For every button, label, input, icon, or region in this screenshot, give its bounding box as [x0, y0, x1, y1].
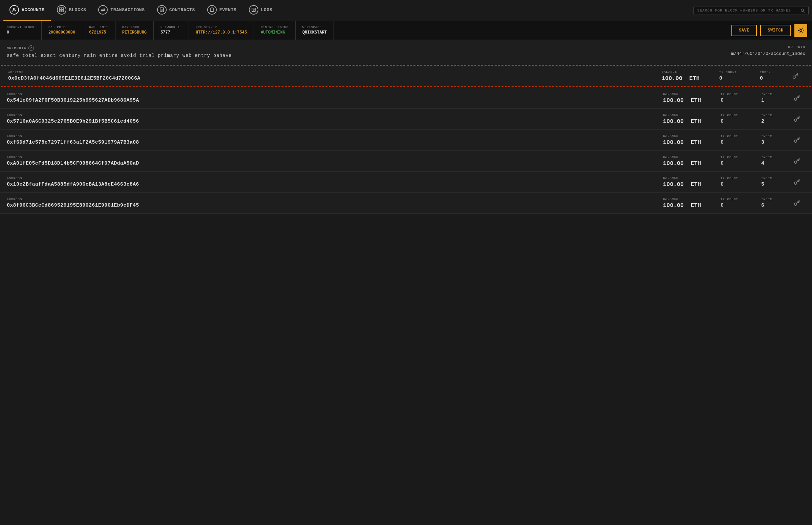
hardfork-value: PETERSBURG: [122, 30, 147, 35]
contracts-icon: [157, 5, 167, 15]
key-icon[interactable]: [793, 179, 800, 186]
nav-contracts[interactable]: CONTRACTS: [151, 0, 201, 21]
account-row[interactable]: ADDRESS 0xA01fE05cFd5D18D14b5CF098664Cf0…: [0, 151, 812, 172]
account-txcount-section: TX COUNT 0: [714, 156, 754, 166]
txcount-value: 0: [721, 182, 748, 187]
mnemonic-help[interactable]: ?: [28, 45, 34, 51]
account-index-section: INDEX 5: [754, 177, 788, 187]
search-input[interactable]: [697, 9, 798, 13]
account-txcount-section: TX COUNT 0: [714, 198, 754, 208]
svg-line-36: [799, 159, 800, 160]
workspace-value: QUICKSTART: [302, 30, 327, 35]
account-row[interactable]: ADDRESS 0x5716a0A6C9325c2765B0E9b291Bf5B…: [0, 109, 812, 130]
index-value: 3: [761, 139, 782, 145]
txcount-value: 0: [721, 161, 748, 166]
svg-line-45: [798, 201, 799, 202]
txcount-label: TX COUNT: [721, 198, 748, 201]
index-value: 1: [761, 97, 782, 103]
nav-contracts-label: CONTRACTS: [169, 7, 195, 13]
txcount-value: 0: [721, 97, 748, 103]
svg-rect-1: [60, 8, 61, 10]
account-row[interactable]: ADDRESS 0x8f96C3BCeCd869529195E890261E99…: [0, 193, 812, 214]
account-row[interactable]: ADDRESS 0x0cD3fA0f4046d669E1E3E612E5BF20…: [1, 65, 811, 87]
balance-label: BALANCE: [663, 114, 704, 117]
nav-transactions[interactable]: TRANSACTIONS: [92, 0, 151, 21]
nav-logs[interactable]: LOGS: [243, 0, 279, 21]
index-label: INDEX: [760, 71, 780, 74]
save-button[interactable]: SAVE: [731, 25, 757, 36]
nav-logs-label: LOGS: [261, 7, 273, 13]
nav-blocks[interactable]: BLOCKS: [51, 0, 92, 21]
address-label: ADDRESS: [7, 156, 653, 159]
switch-button[interactable]: SWITCH: [760, 25, 791, 36]
address-label: ADDRESS: [8, 71, 652, 74]
svg-rect-4: [62, 10, 64, 12]
nav-events[interactable]: EVENTS: [201, 0, 243, 21]
account-address: 0x541e09fA2F0F50B3619225b995627ADb9686A9…: [7, 97, 653, 103]
transactions-icon: [98, 5, 108, 15]
nav-events-label: EVENTS: [219, 7, 237, 13]
account-address: 0x8f96C3BCeCd869529195E890261E9901Eb9cDF…: [7, 202, 653, 208]
hardfork-label: HARDFORK: [122, 26, 147, 29]
svg-line-29: [798, 118, 799, 119]
nav-accounts[interactable]: ACCOUNTS: [3, 0, 51, 21]
svg-line-33: [798, 138, 799, 139]
account-key-section[interactable]: [788, 179, 805, 186]
account-row[interactable]: ADDRESS 0x541e09fA2F0F50B3619225b995627A…: [0, 88, 812, 109]
mnemonic-label: MNEMONIC ?: [7, 45, 232, 51]
svg-line-24: [799, 96, 800, 97]
key-icon[interactable]: [793, 158, 800, 165]
balance-label: BALANCE: [663, 177, 704, 180]
key-icon[interactable]: [793, 116, 800, 123]
accounts-list: ADDRESS 0x0cD3fA0f4046d669E1E3E612E5BF20…: [0, 65, 812, 214]
current-block-value: 0: [7, 30, 34, 35]
svg-rect-3: [60, 10, 61, 12]
status-bar-actions: SAVE SWITCH: [727, 21, 812, 40]
account-txcount-section: TX COUNT 0: [713, 71, 753, 81]
account-balance-section: BALANCE 100.00 ETH: [652, 71, 713, 81]
key-icon[interactable]: [793, 199, 800, 207]
svg-line-25: [798, 96, 799, 97]
account-key-section[interactable]: [788, 116, 805, 123]
account-main: ADDRESS 0x541e09fA2F0F50B3619225b995627A…: [7, 93, 653, 103]
account-key-section[interactable]: [788, 199, 805, 207]
index-label: INDEX: [761, 198, 782, 201]
svg-line-41: [798, 181, 799, 182]
account-key-section[interactable]: [788, 158, 805, 165]
txcount-label: TX COUNT: [721, 177, 748, 180]
account-key-section[interactable]: [787, 73, 804, 80]
status-workspace: WORKSPACE QUICKSTART: [296, 21, 334, 40]
key-icon[interactable]: [792, 73, 799, 80]
account-balance-section: BALANCE 100.00 ETH: [653, 134, 714, 146]
search-icon: [800, 8, 805, 13]
account-row[interactable]: ADDRESS 0x10e2BfaafFdaA5885dfA906cBA13A8…: [0, 172, 812, 193]
mnemonic-words: safe total exact century rain entire avo…: [7, 53, 232, 58]
svg-line-40: [799, 180, 800, 181]
nav-accounts-label: ACCOUNTS: [22, 7, 45, 13]
account-address: 0xf6Dd71e578e72971ff63a1F2A5c591979A7B3a…: [7, 139, 653, 145]
txcount-value: 0: [721, 139, 748, 145]
status-hardfork: HARDFORK PETERSBURG: [116, 21, 154, 40]
settings-button[interactable]: [794, 24, 807, 37]
txcount-label: TX COUNT: [721, 156, 748, 159]
account-txcount-section: TX COUNT 0: [714, 93, 754, 103]
workspace-label: WORKSPACE: [302, 26, 327, 29]
txcount-label: TX COUNT: [721, 114, 748, 117]
key-icon[interactable]: [793, 94, 800, 102]
svg-line-21: [796, 75, 797, 76]
account-balance-section: BALANCE 100.00 ETH: [653, 197, 714, 209]
account-row[interactable]: ADDRESS 0xf6Dd71e578e72971ff63a1F2A5c591…: [0, 130, 812, 151]
address-label: ADDRESS: [7, 93, 653, 96]
account-key-section[interactable]: [788, 136, 805, 144]
status-current-block: CURRENT BLOCK 0: [0, 21, 42, 40]
account-main: ADDRESS 0x10e2BfaafFdaA5885dfA906cBA13A8…: [7, 177, 653, 187]
mnemonic-left: MNEMONIC ? safe total exact century rain…: [7, 45, 232, 58]
account-key-section[interactable]: [788, 94, 805, 102]
svg-point-15: [801, 9, 803, 11]
balance-value: 100.00 ETH: [663, 139, 704, 146]
events-icon: [207, 5, 217, 15]
account-address: 0x10e2BfaafFdaA5885dfA906cBA13A8eE4663c8…: [7, 182, 653, 187]
address-label: ADDRESS: [7, 177, 653, 180]
balance-label: BALANCE: [663, 197, 704, 201]
key-icon[interactable]: [793, 136, 800, 144]
